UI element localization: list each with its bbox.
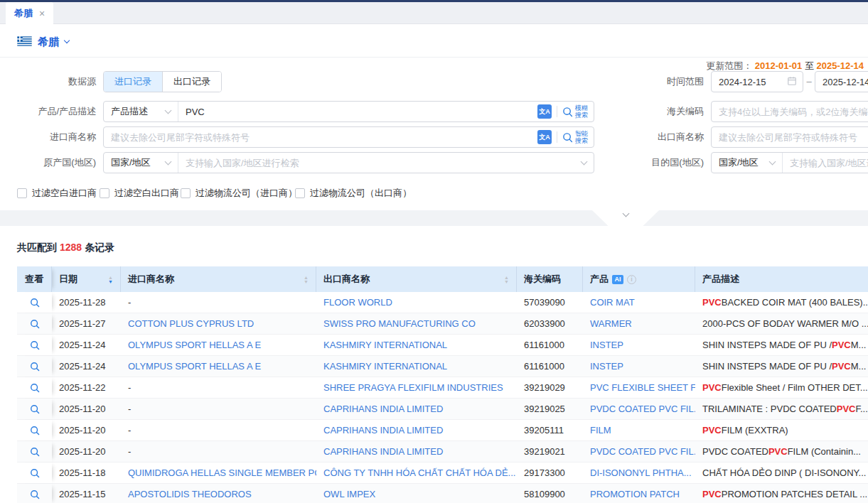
chevron-down-icon[interactable]: [581, 158, 588, 165]
search-icon: [562, 107, 573, 117]
date-cell: 2025-11-24: [52, 356, 121, 377]
view-record-button[interactable]: [17, 399, 52, 419]
product-cell[interactable]: PVC FLEXIBLE SHEET F...: [583, 377, 695, 398]
translate-icon[interactable]: 文A: [537, 104, 552, 119]
product-cell[interactable]: INSTEP: [583, 335, 695, 355]
view-record-button[interactable]: [17, 441, 52, 462]
tab-import-records[interactable]: 进口记录: [104, 72, 162, 92]
hs-code-box: [711, 101, 868, 122]
product-cell[interactable]: PVDC COATED PVC FIL...: [583, 441, 695, 462]
product-keyword-input[interactable]: [178, 102, 537, 121]
view-record-button[interactable]: [17, 420, 52, 440]
hs-code-input[interactable]: [712, 102, 868, 121]
keyword-highlight: PVC: [768, 446, 788, 457]
product-field-select-value: 产品描述: [111, 105, 148, 118]
destination-country-input[interactable]: [783, 153, 868, 173]
exporter-cell[interactable]: SHREE PRAGYA FLEXIFILM INDUSTRIES: [316, 377, 517, 398]
update-range-to-word: 至: [805, 60, 814, 71]
origin-country-box: 国家/地区: [103, 152, 594, 173]
origin-country-input[interactable]: [178, 153, 582, 173]
sort-icon[interactable]: ▲▼: [304, 276, 309, 283]
page-header: 希腊: [17, 33, 69, 51]
description-text: 2000-PCS OF BODAY WARMER M/O ...: [702, 318, 868, 329]
importer-cell[interactable]: APOSTOLIDIS THEODOROS: [121, 484, 316, 503]
importer-cell[interactable]: OLYMPUS SPORT HELLAS A E: [121, 356, 316, 377]
tab-greece[interactable]: 希腊 ×: [6, 2, 53, 24]
exporter-cell[interactable]: KASHMIRY INTERNATIONAL: [316, 335, 517, 355]
product-label: 产品/产品描述: [0, 101, 96, 122]
exporter-cell[interactable]: OWL IMPEX: [316, 484, 517, 503]
exporter-cell[interactable]: CAPRIHANS INDIA LIMITED: [316, 420, 517, 440]
exporter-cell[interactable]: CAPRIHANS INDIA LIMITED: [316, 399, 517, 419]
chevron-down-icon: [165, 107, 172, 114]
hs-code-cell: 39219025: [517, 399, 583, 419]
table-row: 2025-11-20-CAPRIHANS INDIA LIMITED392051…: [17, 420, 868, 441]
column-header-exporter[interactable]: 出口商名称 ▲▼: [316, 266, 517, 292]
importer-cell[interactable]: QUIMIDROGA HELLAS SINGLE MEMBER PC: [121, 463, 316, 483]
importer-cell[interactable]: OLYMPUS SPORT HELLAS A E: [121, 335, 316, 355]
chevron-down-icon[interactable]: [64, 38, 70, 43]
time-range-label: 时间范围: [624, 71, 704, 92]
date-to-input[interactable]: [815, 72, 868, 92]
filter-blank-importer-checkbox[interactable]: 过滤空白进口商: [17, 187, 97, 200]
exporter-cell[interactable]: CAPRIHANS INDIA LIMITED: [316, 441, 517, 462]
date-cell: 2025-11-20: [52, 399, 121, 419]
fuzzy-search-button[interactable]: 模糊搜索: [562, 104, 588, 119]
product-cell[interactable]: WARMER: [583, 313, 695, 334]
product-cell[interactable]: INSTEP: [583, 356, 695, 377]
sort-icon[interactable]: ▲▼: [504, 276, 509, 283]
origin-country-type-value: 国家/地区: [111, 156, 151, 169]
product-field-select[interactable]: 产品描述: [104, 102, 178, 121]
destination-country-type-select[interactable]: 国家/地区: [712, 153, 783, 173]
chevron-down-icon: [622, 210, 629, 217]
description-text: SHIN INSTEPS MADE OF PU /: [702, 340, 832, 350]
product-cell[interactable]: DI-ISONONYL PHTHA...: [583, 463, 695, 483]
description-text: CHẤT HÓA DẺO DINP ( DI-ISONONY...: [702, 467, 866, 478]
exporter-input[interactable]: [712, 127, 868, 147]
product-cell[interactable]: FILM: [583, 420, 695, 440]
sort-icon[interactable]: ▲▼: [108, 276, 113, 283]
exporter-cell[interactable]: CÔNG TY TNHH HÓA CHẤT CHẤT HÓA DẺ...: [316, 463, 517, 483]
view-record-button[interactable]: [17, 313, 52, 334]
view-record-button[interactable]: [17, 335, 52, 355]
column-header-importer[interactable]: 进口商名称 ▲▼: [121, 266, 316, 292]
table-row: 2025-11-27COTTON PLUS CYPRUS LTDSWISS PR…: [17, 313, 868, 335]
description-text: PROMOTION PATCHES DETAIL ...: [722, 489, 867, 499]
exporter-cell[interactable]: FLOOR WORLD: [316, 292, 517, 313]
view-record-button[interactable]: [17, 356, 52, 377]
date-from-input[interactable]: [712, 72, 787, 92]
table-row: 2025-11-24OLYMPUS SPORT HELLAS A EKASHMI…: [17, 335, 868, 356]
importer-input[interactable]: [104, 127, 537, 147]
exporter-cell[interactable]: KASHMIRY INTERNATIONAL: [316, 356, 517, 377]
smart-search-button[interactable]: 智能搜索: [562, 130, 588, 144]
filter-blank-exporter-checkbox[interactable]: 过滤空白出口商: [100, 187, 179, 200]
description-cell: PVC Flexible Sheet / Film OTHER DET...: [695, 377, 868, 398]
filter-logistics-exporter-checkbox[interactable]: 过滤物流公司（出口商）: [295, 187, 412, 200]
translate-icon[interactable]: 文A: [537, 130, 552, 144]
keyword-highlight: PVC: [702, 425, 722, 436]
filter-logistics-importer-checkbox[interactable]: 过滤物流公司（进口商）: [181, 187, 297, 200]
column-header-date[interactable]: 日期 ▲▼: [52, 266, 121, 292]
collapse-panel-button[interactable]: [592, 210, 659, 226]
view-record-button[interactable]: [17, 377, 52, 398]
tab-export-records[interactable]: 出口记录: [162, 72, 221, 92]
product-cell[interactable]: PROMOTION PATCH: [583, 484, 695, 503]
description-text: PVDC COATED: [702, 446, 768, 457]
view-record-button[interactable]: [17, 463, 52, 483]
data-source-label: 数据源: [0, 71, 96, 92]
view-record-icon: [30, 490, 40, 499]
close-icon[interactable]: ×: [39, 9, 45, 18]
hs-code-label: 海关编码: [624, 101, 704, 122]
keyword-highlight: PVC: [832, 340, 851, 350]
view-record-button[interactable]: [17, 484, 52, 503]
info-icon[interactable]: i: [627, 275, 636, 284]
exporter-cell[interactable]: SWISS PRO MANUFACTURING CO: [316, 313, 517, 334]
update-range-label: 更新范围：: [706, 60, 752, 71]
view-record-button[interactable]: [17, 292, 52, 313]
product-cell[interactable]: PVDC COATED PVC FIL...: [583, 399, 695, 419]
hs-code-cell: 62033900: [517, 313, 583, 334]
description-text: FILM (EXXTRA): [722, 425, 788, 436]
origin-country-type-select[interactable]: 国家/地区: [104, 153, 178, 173]
product-cell[interactable]: COIR MAT: [583, 292, 695, 313]
importer-cell[interactable]: COTTON PLUS CYPRUS LTD: [121, 313, 316, 334]
